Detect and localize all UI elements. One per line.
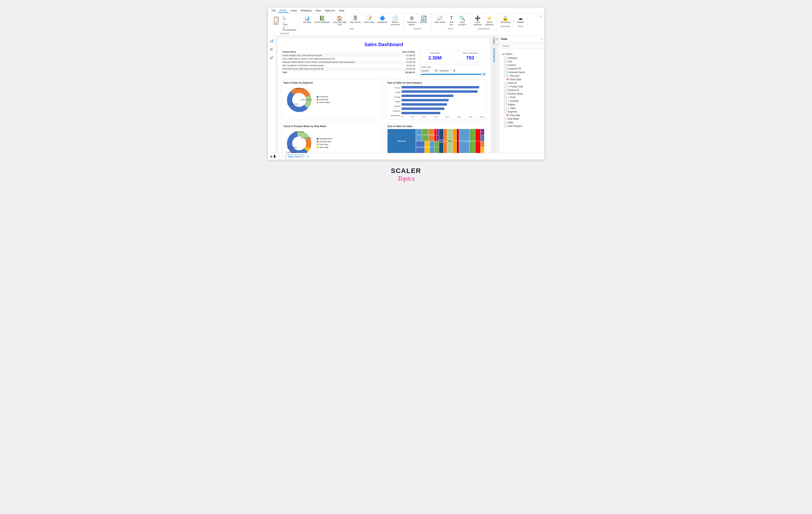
cut-button[interactable]: ✂ Cut — [282, 15, 298, 20]
new-visual-button[interactable]: 📈 New visual — [433, 15, 446, 24]
transform-data-button[interactable]: ⚙ Transformdata ▾ — [405, 15, 418, 27]
clipboard-label: Clipboard — [280, 31, 289, 35]
slider-thumb[interactable] — [483, 73, 485, 76]
field-product-name[interactable]: Product Name — [501, 92, 543, 96]
publish-button[interactable]: ☁ Publish — [516, 15, 526, 24]
field-state[interactable]: State — [501, 121, 543, 124]
data-panel-content: › ⊞ Orders Category City — [499, 42, 544, 153]
legend-second: Second Class — [317, 140, 332, 143]
refresh-button[interactable]: 🔄 Refresh — [418, 15, 429, 24]
data-panel-header: Data » — [499, 36, 544, 42]
country-checkbox[interactable] — [504, 64, 507, 66]
chevron-icon[interactable]: › — [496, 43, 498, 47]
enter-data-button[interactable]: 📝 Enter data — [363, 15, 376, 24]
onelake-data-button[interactable]: 🏠 OneLake datahub — [331, 15, 348, 27]
field-profit[interactable]: Σ Profit — [501, 96, 543, 99]
data-panel-expand[interactable]: » — [541, 38, 543, 40]
format-painter-button[interactable]: 🖌 Format painter — [282, 26, 298, 31]
data-search-input[interactable] — [501, 44, 543, 48]
filters-tab[interactable]: Filters — [493, 36, 496, 46]
visualizations-tab[interactable]: Visualizations — [493, 46, 496, 64]
menu-help[interactable]: Help — [337, 8, 346, 12]
get-data-button[interactable]: 📊 Get data — [301, 15, 313, 24]
date-slider-track[interactable] — [421, 74, 485, 75]
expand-icon[interactable]: « — [496, 37, 499, 41]
sidebar-model-icon[interactable]: 🔗 — [269, 55, 274, 61]
menu-insert[interactable]: Insert — [289, 8, 299, 12]
field-product-id[interactable]: Product ID — [501, 88, 543, 92]
field-country[interactable]: Country — [501, 63, 543, 67]
sub-category-checkbox[interactable] — [504, 125, 507, 127]
quantity-checkbox[interactable] — [504, 100, 507, 102]
field-sub-category[interactable]: Sub-Category — [501, 124, 543, 128]
product-name-checkbox[interactable] — [504, 93, 507, 95]
text-box-button[interactable]: T Textbox — [447, 15, 456, 27]
order-id-checkbox[interactable] — [504, 82, 507, 84]
city-checkbox[interactable] — [504, 60, 507, 63]
ship-mode-checkbox[interactable] — [504, 118, 507, 120]
field-customer-name[interactable]: Customer Name — [501, 71, 543, 74]
nav-next-button[interactable]: › — [281, 155, 284, 158]
field-quantity[interactable]: Σ Quantity — [501, 99, 543, 103]
field-segment[interactable]: Segment — [501, 110, 543, 113]
end-date-input[interactable] — [439, 69, 452, 73]
segment-checkbox[interactable] — [504, 111, 507, 113]
copy-button[interactable]: 📄 Copy — [282, 21, 298, 26]
customer-id-checkbox[interactable] — [504, 67, 507, 70]
new-measure-button[interactable]: ➕ Newmeasure — [472, 15, 483, 27]
total-sales-value: 2.30M — [421, 55, 450, 61]
treemap-k: K... — [434, 129, 436, 141]
desktop-icon[interactable]: 🖥 — [270, 155, 272, 158]
quick-measure-button[interactable]: ⚡ Quickmeasure — [484, 15, 495, 27]
field-region[interactable]: Region — [501, 103, 543, 106]
field-city[interactable]: City — [501, 60, 543, 63]
paste-button[interactable]: 📋 Paste — [272, 15, 281, 31]
tablet-icon[interactable]: 📱 — [273, 155, 276, 158]
ribbon-collapse-button[interactable]: ∧ — [539, 15, 543, 18]
field-category[interactable]: Category — [501, 56, 543, 60]
sales-report-tab[interactable]: Sales Report — [286, 155, 304, 158]
menu-file[interactable]: File — [270, 8, 278, 12]
region-checkbox[interactable] — [504, 104, 507, 106]
order-id-label: Order ID — [508, 82, 517, 84]
field-order-date[interactable]: › 📅 Order Date — [501, 78, 543, 81]
dataverse-button[interactable]: 🔷 Dataverse — [376, 15, 389, 24]
treemap-o: O... — [481, 135, 484, 141]
field-customer-id[interactable]: Customer ID — [501, 67, 543, 71]
sales-checkbox[interactable] — [504, 107, 507, 109]
postal-code-checkbox[interactable] — [504, 85, 507, 88]
recent-sources-button[interactable]: 🕐 Recentsources ▾ — [389, 15, 401, 27]
label-accessories: Accessories — [387, 114, 401, 117]
home-office-label: Home Office — [319, 101, 330, 104]
start-date-input[interactable] — [421, 69, 434, 73]
product-id-checkbox[interactable] — [504, 89, 507, 91]
nav-prev-button[interactable]: ‹ — [278, 155, 281, 158]
menu-modeling[interactable]: Modeling — [299, 8, 314, 12]
sensitivity-button[interactable]: 🔒 Sensitivity — [499, 15, 512, 24]
sql-server-button[interactable]: 🗄 SQL Server — [348, 15, 362, 24]
excel-workbook-button[interactable]: 📗 Excel workbook — [313, 15, 331, 24]
menu-optimize[interactable]: Optimize — [323, 8, 337, 12]
treemap-michigan: Michigan — [469, 129, 475, 153]
field-sales[interactable]: Σ Sales — [501, 106, 543, 110]
add-tab-button[interactable]: + — [306, 155, 310, 158]
field-order-id[interactable]: Order ID — [501, 81, 543, 85]
sidebar-table-icon[interactable]: ⊞ — [269, 46, 274, 52]
profit-checkbox[interactable] — [504, 96, 507, 99]
menu-view[interactable]: View — [314, 8, 323, 12]
more-visuals-button[interactable]: 🔍 Morevisuals ▾ — [457, 15, 468, 27]
customer-name-checkbox[interactable] — [504, 71, 507, 74]
orders-group-header[interactable]: › ⊞ Orders — [501, 52, 543, 56]
discount-checkbox[interactable] — [504, 75, 507, 77]
order-date-field-label: Order Date — [510, 78, 521, 81]
field-ship-mode[interactable]: Ship Mode — [501, 117, 543, 121]
second-dot — [317, 141, 319, 143]
category-checkbox[interactable] — [504, 57, 507, 59]
state-checkbox[interactable] — [504, 121, 507, 124]
sidebar-report-icon[interactable]: 📊 — [269, 38, 274, 44]
field-discount[interactable]: Σ Discount — [501, 74, 543, 78]
watermark-scaler: SCALER — [268, 167, 545, 175]
menu-home[interactable]: Home — [278, 8, 288, 13]
field-postal-code[interactable]: Σ Postal Code — [501, 85, 543, 88]
field-ship-date[interactable]: › 📅 Ship Date — [501, 113, 543, 117]
